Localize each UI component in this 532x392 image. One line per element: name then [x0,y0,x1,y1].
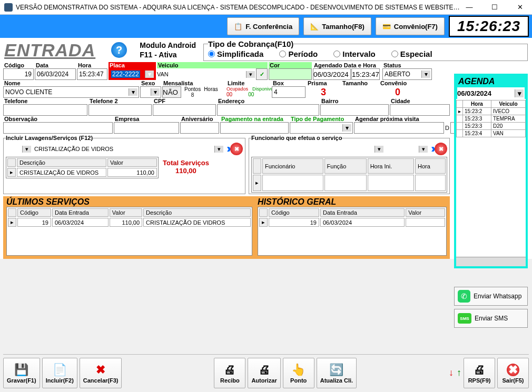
telefone2-input[interactable] [88,104,152,116]
bottom-toolbar: 💾Gravar(F1) 📄Incluir(F2) ✖Cancelar(F3) 🖨… [3,354,529,388]
arrow-down-icon: ↓ [449,367,454,378]
funcionario-combo[interactable] [251,143,385,155]
endereco-input[interactable] [217,104,319,116]
cpf-input[interactable] [153,104,216,116]
servicos-group: Incluir Lavagens/Serviços (F12) CRISTALI… [3,135,245,194]
prisma-value: 3 [307,86,340,98]
window-title: VERSÃO DEMONSTRATIVA DO SISTEMA - ADQUIR… [16,4,461,11]
tipo-pagamento-combo[interactable] [290,122,353,134]
servico-code-combo[interactable] [6,143,32,155]
maximize-button[interactable]: ☐ [487,2,503,13]
radio-especial[interactable]: Especial [391,49,432,58]
size-icon: 📐 [310,23,319,31]
nome-combo[interactable]: NOVO CLIENTE [3,86,139,98]
sort-arrows[interactable]: ↓↑ [449,367,461,378]
add-funcionario-button[interactable]: ›› [431,142,432,156]
close-button[interactable]: ✕ [512,2,528,13]
conferencia-button[interactable]: 📋F. Conferência [227,17,299,35]
funcionario-group: Funcionario que efetua o serviço ›› ✖ Fu… [249,135,450,194]
authorize-icon: 🖨 [259,363,270,377]
servicos-table[interactable]: DescriçãoValor ▸CRISTALIZAÇÃO DE VIDROS1… [6,157,159,178]
agenda-date-combo[interactable]: 06/03/2024 [457,87,525,99]
arrow-up-icon: ↑ [457,367,461,378]
add-servico-button[interactable]: ›› [226,142,228,156]
app-icon [4,3,13,12]
radio-simplificada[interactable]: Simplificada [208,49,263,58]
funcao-combo[interactable] [387,143,429,155]
historico-panel: ÚLTIMOS SERVIÇOS CódigoData EntradaValor… [3,196,450,259]
refresh-icon: 🔄 [329,363,343,377]
window-titlebar: VERSÃO DEMONSTRATIVA DO SISTEMA - ADQUIR… [0,0,532,15]
fingerprint-icon: 👆 [291,363,306,377]
observacao-input[interactable] [3,122,113,134]
agenda-title: AGENDA [456,76,526,87]
pagamento-entrada-input[interactable] [220,122,289,134]
convenio-value: 0 [379,86,416,98]
add-icon: 📄 [53,363,67,377]
ultimos-servicos-title: ÚLTIMOS SERVIÇOS [6,197,252,207]
codigo-input[interactable] [3,68,34,80]
paper-icon: 📋 [234,23,242,31]
sair-button[interactable]: ✖Sair(F5) [497,358,529,388]
card-icon: 💳 [382,23,391,31]
agendado-data-input[interactable] [313,68,351,80]
bairro-input[interactable] [320,104,389,116]
tamanho-button[interactable]: 📐Tamanho(F8) [303,17,371,35]
remove-servico-button[interactable]: ✖ [230,143,243,155]
top-toolbar: 📋F. Conferência 📐Tamanho(F8) 💳Convênio(F… [0,15,532,38]
rps-icon: 🖨 [474,363,485,377]
agenda-scrollbar[interactable] [456,257,526,266]
exit-icon: ✖ [507,363,519,377]
gravar-button[interactable]: 💾Gravar(F1) [3,358,40,388]
ponto-button[interactable]: 👆Ponto [283,358,314,388]
mensalista-value [162,86,181,98]
historico-geral-table[interactable]: CódigoData EntradaValor ▸1906/03/2024 [258,207,447,256]
sms-icon: SMS [458,313,471,324]
status-combo[interactable]: ABERTO [382,68,432,80]
tipo-cobranca-group: Tipo de Cobrança(F10) Simplificada Perío… [203,39,528,61]
radio-intervalo[interactable]: Intervalo [333,49,376,58]
hora-input[interactable] [77,68,107,80]
header-row: ENTRADA ? Modulo AndroidF11 - Ativa Tipo… [0,38,532,62]
modulo-info: Modulo AndroidF11 - Ativa [140,41,196,59]
historico-geral-title: HISTÓRICO GERAL [258,197,447,207]
incluir-button[interactable]: 📄Incluir(F2) [42,358,77,388]
save-icon: 💾 [14,363,28,377]
tipo-cobranca-legend: Tipo de Cobrança(F10) [208,39,293,48]
help-icon[interactable]: ? [111,42,127,58]
ultimos-servicos-table[interactable]: CódigoData EntradaValorDescrição ▸1906/0… [6,207,252,256]
agenda-table[interactable]: HoraVeiculo ▸15:23:2IVECO 15:23:3TEMPRA … [456,100,526,137]
agendado-hora-input[interactable] [351,68,380,80]
placa-combo[interactable]: 222-2222 [109,68,156,80]
tamanho-value [341,86,378,98]
telefone-input[interactable] [3,104,87,116]
enviar-whatsapp-button[interactable]: ✆Enviar Whatsapp [454,287,528,306]
enviar-sms-button[interactable]: SMSEnviar SMS [454,309,528,328]
page-title: ENTRADA [4,40,95,61]
rps-button[interactable]: 🖨RPS(F9) [464,358,495,388]
recibo-button[interactable]: 🖨Recibo [214,358,245,388]
servico-combo[interactable]: CRISTALIZAÇÃO DE VIDROS [34,143,224,155]
veiculo-confirm-button[interactable]: ✓ [256,68,268,80]
empresa-input[interactable] [114,122,179,134]
minimize-button[interactable]: — [461,2,477,13]
data-input[interactable] [35,68,76,80]
box-input[interactable] [272,86,306,98]
cor-input[interactable] [269,68,312,80]
cancelar-button[interactable]: ✖Cancelar(F3) [80,358,122,388]
funcionario-table[interactable]: FuncionárioFunçãoHora Ini.Hora ▸ [251,157,447,193]
remove-funcionario-button[interactable]: ✖ [435,143,447,155]
cidade-input[interactable] [390,104,450,116]
whatsapp-icon: ✆ [458,290,470,303]
radio-periodo[interactable]: Período [279,49,318,58]
agendar-data-input[interactable] [354,122,444,134]
autorizar-button[interactable]: 🖨Autorizar [248,358,280,388]
veiculo-combo[interactable]: VAN [157,68,256,80]
aniversario-input[interactable] [180,122,219,134]
atualiza-cliente-button[interactable]: 🔄Atualiza Cli. [317,358,357,388]
print-icon: 🖨 [224,363,235,377]
sexo-combo[interactable] [140,86,161,98]
convenio-button[interactable]: 💳Convênio(F7) [376,17,445,35]
cancel-icon: ✖ [96,363,105,377]
clock-display: 15:26:23 [449,16,529,37]
